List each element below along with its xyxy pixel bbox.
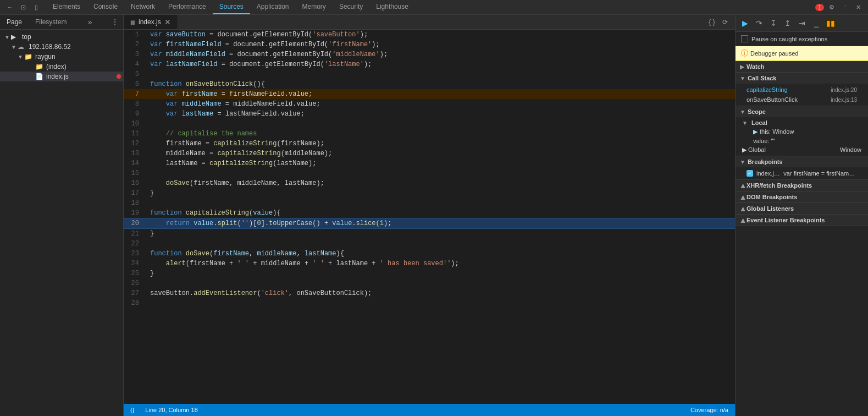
device-icon[interactable]: ▯: [31, 2, 42, 13]
tree-item-server[interactable]: ▼ ☁ 192.168.86.52: [0, 42, 123, 52]
call-stack-content: capitalizeString index.js:20 onSaveButto…: [736, 84, 868, 106]
pause-caught-checkbox[interactable]: [741, 35, 748, 42]
debugger-paused-text: Debugger paused: [750, 50, 798, 57]
file-tab-filesystem[interactable]: Filesystem: [29, 16, 73, 28]
tree-label-top: top: [22, 33, 121, 41]
debugger-paused-banner: ⓘ Debugger paused: [736, 46, 868, 61]
xhr-header[interactable]: ▶ XHR/fetch Breakpoints: [736, 180, 868, 191]
call-stack-arrow-icon: ▼: [740, 75, 745, 81]
scope-global-row[interactable]: ▶ Global Window: [736, 145, 868, 155]
devtools-tab-bar: ← ⊡ ▯ Elements Console Network Performan…: [0, 0, 868, 15]
breakpoint-checkbox[interactable]: ✓: [747, 170, 753, 177]
tab-console[interactable]: Console: [87, 0, 124, 14]
prettify-icon[interactable]: ⟳: [720, 17, 731, 28]
xhr-label: XHR/fetch Breakpoints: [747, 182, 812, 189]
scope-value-text: value: "": [753, 138, 775, 144]
scope-this-value: this: Window: [760, 128, 794, 135]
code-line-5: 5: [124, 69, 735, 79]
inspect-icon[interactable]: ⊡: [18, 2, 29, 13]
code-line-9: 9 var lastName = lastNameField.value;: [124, 109, 735, 119]
deactivate-btn[interactable]: ⎯: [810, 17, 822, 29]
step-into-btn[interactable]: ↧: [767, 17, 779, 29]
code-editor[interactable]: 1 var saveButton = document.getElementBy…: [124, 30, 735, 404]
tab-performance[interactable]: Performance: [162, 0, 213, 14]
editor-tab-label: index.js: [139, 18, 161, 26]
editor-tab-close[interactable]: ✕: [164, 18, 171, 26]
tree-arrow-server: ▼: [11, 44, 18, 50]
file-tab-page[interactable]: Page: [0, 16, 29, 28]
pause-warning-icon: ⓘ: [741, 48, 748, 58]
tab-security[interactable]: Security: [333, 0, 369, 14]
watch-header[interactable]: ▶ Watch: [736, 61, 868, 72]
tree-label-indexjs: index.js: [46, 73, 114, 80]
top-icon: ▶: [11, 33, 20, 41]
call-stack-section: ▼ Call Stack capitalizeString index.js:2…: [736, 73, 868, 106]
breakpoint-file: index.js:7: [756, 170, 780, 177]
scope-local-label: Local: [751, 119, 767, 126]
tab-elements[interactable]: Elements: [46, 0, 87, 14]
global-listeners-header[interactable]: ▶ Global Listeners: [736, 203, 868, 214]
scope-label: Scope: [748, 108, 766, 115]
call-stack-line-num: index.js:20: [831, 87, 857, 93]
file-panel-tabs: Page Filesystem » ⋮: [0, 15, 123, 30]
step-btn[interactable]: ⇥: [796, 17, 808, 29]
breakpoints-header[interactable]: ▼ Breakpoints: [736, 156, 868, 167]
settings-icon[interactable]: ⚙: [826, 2, 837, 13]
xhr-section: ▶ XHR/fetch Breakpoints: [736, 180, 868, 191]
devtools-nav-icons: ← ⊡ ▯: [0, 2, 46, 13]
file-tab-more-icon[interactable]: »: [84, 18, 97, 26]
dom-section: ▶ DOM Breakpoints: [736, 191, 868, 203]
scope-local-header[interactable]: ▼ Local: [736, 118, 868, 127]
folder-icon-index: 📁: [35, 63, 44, 70]
breakpoints-arrow-icon: ▼: [740, 159, 745, 165]
tree-label-raygun: raygun: [35, 53, 121, 61]
tab-application[interactable]: Application: [250, 0, 296, 14]
code-line-4: 4 var lastNameField = document.getElemen…: [124, 59, 735, 69]
tree-item-top[interactable]: ▼ ▶ top: [0, 32, 123, 42]
file-panel-menu-icon[interactable]: ⋮: [107, 18, 123, 26]
format-icon[interactable]: { }: [706, 17, 717, 28]
scope-content: ▼ Local ▶ this: Window value: "" ▶ Globa…: [736, 117, 868, 156]
coverage-status: Coverage: n/a: [690, 407, 728, 413]
scope-this-key: ▶: [753, 128, 758, 135]
scope-global-arrow: ▶: [742, 146, 747, 153]
code-line-27: 27 saveButton.addEventListener('click', …: [124, 288, 735, 298]
tree-arrow-index: ▶: [29, 64, 35, 70]
event-listener-label: Event Listener Breakpoints: [747, 217, 825, 223]
tab-network[interactable]: Network: [124, 0, 162, 14]
tab-memory[interactable]: Memory: [296, 0, 333, 14]
tree-item-raygun[interactable]: ▼ 📁 raygun: [0, 52, 123, 62]
curly-icon: {}: [130, 407, 134, 413]
scope-header[interactable]: ▼ Scope: [736, 106, 868, 117]
code-line-15: 15: [124, 168, 735, 178]
code-line-26: 26: [124, 278, 735, 288]
breakpoints-content: ✓ index.js:7 var firstName = firstNameFi…: [736, 167, 868, 179]
code-line-6: 6 function onSaveButtonClick(){: [124, 79, 735, 89]
scope-section: ▼ Scope ▼ Local ▶ this: Window value: "": [736, 106, 868, 156]
tree-item-indexjs[interactable]: ▶ 📄 index.js: [0, 72, 123, 81]
call-stack-header[interactable]: ▼ Call Stack: [736, 73, 868, 84]
scope-local-arrow: ▼: [742, 120, 748, 126]
file-icon-indexjs: 📄: [35, 73, 44, 80]
call-stack-item-onsave[interactable]: onSaveButtonClick index.js:13: [736, 95, 868, 105]
global-listeners-section: ▶ Global Listeners: [736, 203, 868, 215]
call-stack-line-num-2: index.js:13: [831, 97, 857, 103]
close-icon[interactable]: ✕: [853, 2, 864, 13]
code-line-2: 2 var firstNameField = document.getEleme…: [124, 40, 735, 50]
tab-sources[interactable]: Sources: [213, 0, 250, 14]
editor-tab-indexjs[interactable]: ▦ index.js ✕: [124, 15, 178, 29]
call-stack-item-capitalize[interactable]: capitalizeString index.js:20: [736, 85, 868, 95]
event-listener-section: ▶ Event Listener Breakpoints: [736, 215, 868, 226]
tab-lighthouse[interactable]: Lighthouse: [369, 0, 415, 14]
tree-item-index-folder[interactable]: ▶ 📁 (index): [0, 62, 123, 72]
step-out-btn[interactable]: ↥: [782, 17, 794, 29]
event-listener-header[interactable]: ▶ Event Listener Breakpoints: [736, 215, 868, 226]
code-line-13: 13 middleName = capitalizeString(middleN…: [124, 149, 735, 158]
editor-area: ▦ index.js ✕ { } ⟳ 1 var saveButton = do…: [124, 15, 735, 416]
back-icon[interactable]: ←: [4, 2, 15, 13]
breakpoint-item-1[interactable]: ✓ index.js:7 var firstName = firstNameFi…: [736, 168, 868, 178]
step-over-btn[interactable]: ↷: [753, 17, 765, 29]
more-icon[interactable]: ⋮: [839, 2, 850, 13]
resume-btn[interactable]: ▶: [739, 17, 751, 29]
dom-header[interactable]: ▶ DOM Breakpoints: [736, 191, 868, 202]
